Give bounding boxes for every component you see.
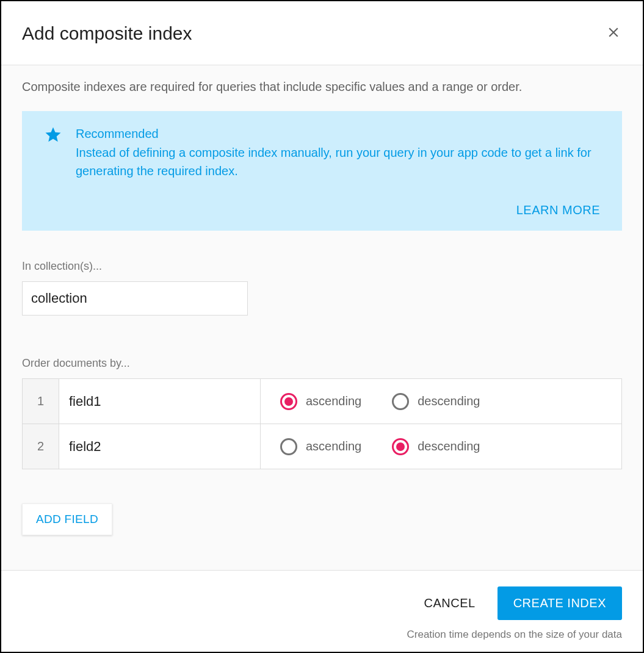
collection-section: In collection(s)... <box>22 260 622 316</box>
ascending-radio[interactable]: ascending <box>280 438 361 455</box>
footer-note: Creation time depends on the size of you… <box>22 629 622 641</box>
collection-input[interactable] <box>22 281 248 316</box>
dialog-description: Composite indexes are required for queri… <box>22 80 622 94</box>
field-name-input[interactable] <box>59 379 260 424</box>
row-number: 1 <box>23 379 59 424</box>
add-field-button[interactable]: ADD FIELD <box>22 503 112 535</box>
dialog-title: Add composite index <box>22 23 192 44</box>
close-icon <box>606 24 621 43</box>
order-table: 1 ascending descending <box>22 378 622 469</box>
recommendation-box: Recommended Instead of defining a compos… <box>22 111 622 231</box>
create-index-button[interactable]: CREATE INDEX <box>497 586 622 620</box>
dialog-header: Add composite index <box>1 1 643 65</box>
order-label: Order documents by... <box>22 357 622 370</box>
dialog-footer: CANCEL CREATE INDEX Creation time depend… <box>1 570 643 652</box>
ascending-radio[interactable]: ascending <box>280 393 361 410</box>
table-row: 2 ascending descending <box>23 424 622 469</box>
descending-radio[interactable]: descending <box>392 438 480 455</box>
radio-icon <box>392 438 409 455</box>
learn-more-link[interactable]: LEARN MORE <box>516 203 600 217</box>
order-section: Order documents by... 1 ascending <box>22 357 622 535</box>
radio-icon <box>280 438 297 455</box>
cancel-button[interactable]: CANCEL <box>424 596 476 610</box>
table-row: 1 ascending descending <box>23 379 622 424</box>
row-number: 2 <box>23 424 59 469</box>
star-icon <box>44 126 62 180</box>
close-button[interactable] <box>605 25 622 42</box>
descending-label: descending <box>418 439 480 453</box>
ascending-label: ascending <box>306 394 361 408</box>
descending-radio[interactable]: descending <box>392 393 480 410</box>
add-composite-index-dialog: Add composite index Composite indexes ar… <box>1 1 643 652</box>
descending-label: descending <box>418 394 480 408</box>
recommendation-body: Instead of defining a composite index ma… <box>76 143 600 180</box>
sort-direction-group: ascending descending <box>280 438 602 455</box>
ascending-label: ascending <box>306 439 361 453</box>
dialog-body: Composite indexes are required for queri… <box>1 65 643 570</box>
field-name-input[interactable] <box>59 424 260 469</box>
sort-direction-group: ascending descending <box>280 393 602 410</box>
radio-icon <box>280 393 297 410</box>
collection-label: In collection(s)... <box>22 260 622 273</box>
radio-icon <box>392 393 409 410</box>
recommendation-content: Recommended Instead of defining a compos… <box>44 127 600 180</box>
recommendation-title: Recommended <box>76 127 600 141</box>
